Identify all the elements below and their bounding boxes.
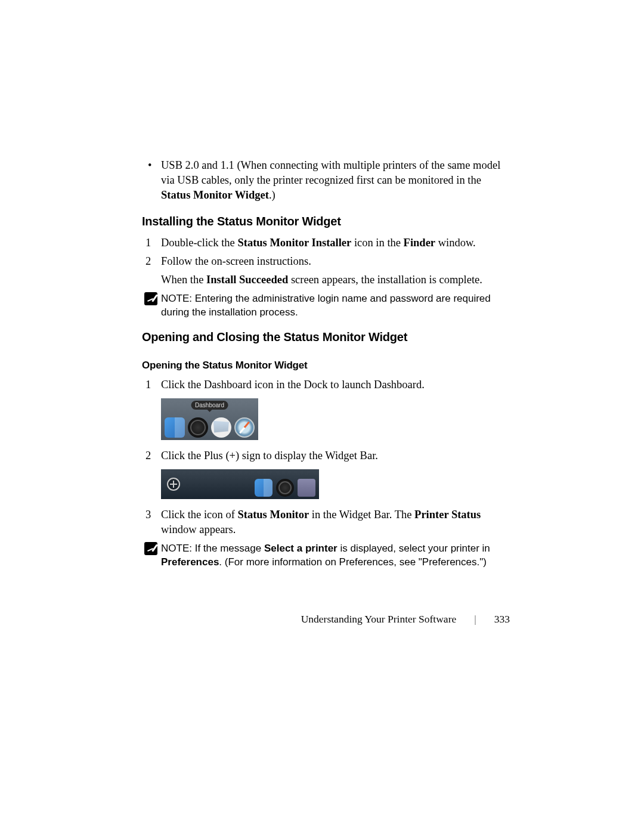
step-item: 1 Double-click the Status Monitor Instal… xyxy=(142,236,510,250)
text-bold: Install Succeeded xyxy=(206,274,288,286)
step-number: 1 xyxy=(142,377,161,392)
finder-icon xyxy=(255,479,273,497)
page-footer: Understanding Your Printer Software | 33… xyxy=(0,613,510,625)
dashboard-tooltip: Dashboard xyxy=(191,401,228,410)
figure-dashboard-dock: Dashboard xyxy=(161,398,258,440)
text-bold: Status Monitor Widget xyxy=(161,189,269,201)
text-bold: Printer Status xyxy=(414,509,481,521)
bullet-marker: • xyxy=(142,158,161,203)
dock-row xyxy=(161,417,258,438)
text: screen appears, the installation is comp… xyxy=(288,274,482,286)
document-page: • USB 2.0 and 1.1 (When connecting with … xyxy=(0,0,644,569)
step-item: 2 Follow the on-screen instructions. xyxy=(142,254,510,269)
note-icon xyxy=(144,542,157,555)
dashboard-icon xyxy=(188,417,208,438)
printer-icon xyxy=(298,479,315,497)
note-text: NOTE: Entering the administrative login … xyxy=(161,292,510,320)
footer-separator: | xyxy=(474,613,476,625)
text-bold: Status Monitor xyxy=(237,509,309,521)
dashboard-icon xyxy=(276,479,294,497)
note-icon xyxy=(144,292,157,305)
text: in the Widget Bar. The xyxy=(309,509,414,521)
step-item: 2 Click the Plus (+) sign to display the… xyxy=(142,448,510,463)
note-row: NOTE: If the message Select a printer is… xyxy=(142,542,510,569)
dock-row xyxy=(255,479,315,497)
note-icon-wrap xyxy=(142,292,161,320)
step-number: 2 xyxy=(142,254,161,269)
page-number: 333 xyxy=(494,613,510,625)
text: .) xyxy=(269,189,275,201)
step-text: Follow the on-screen instructions. xyxy=(161,254,510,269)
plus-icon xyxy=(167,478,180,491)
step-item: 3 Click the icon of Status Monitor in th… xyxy=(142,507,510,537)
figure-widget-bar xyxy=(161,469,319,499)
text: is displayed, select your printer in xyxy=(338,543,490,554)
heading-installing: Installing the Status Monitor Widget xyxy=(142,215,510,228)
text: Double-click the xyxy=(161,237,237,249)
text: USB 2.0 and 1.1 (When connecting with mu… xyxy=(161,159,500,186)
mail-icon xyxy=(211,417,231,438)
text-bold: Status Monitor Installer xyxy=(237,237,351,249)
step-number: 2 xyxy=(142,448,161,463)
note-icon-wrap xyxy=(142,542,161,569)
bullet-item: • USB 2.0 and 1.1 (When connecting with … xyxy=(142,158,510,203)
step-number: 3 xyxy=(142,507,161,537)
finder-icon xyxy=(165,417,185,438)
text: icon in the xyxy=(351,237,403,249)
text: window. xyxy=(435,237,476,249)
bullet-text: USB 2.0 and 1.1 (When connecting with mu… xyxy=(161,158,510,203)
sub-text: When the Install Succeeded screen appear… xyxy=(161,272,510,287)
text: . (For more information on Preferences, … xyxy=(219,556,487,568)
safari-icon xyxy=(234,417,255,438)
text-bold: Preferences xyxy=(161,556,219,568)
text: When the xyxy=(161,274,206,286)
note-text: NOTE: If the message Select a printer is… xyxy=(161,542,510,569)
text: window appears. xyxy=(161,524,236,535)
note-row: NOTE: Entering the administrative login … xyxy=(142,292,510,320)
subheading-opening: Opening the Status Monitor Widget xyxy=(142,360,510,371)
text: Click the icon of xyxy=(161,509,237,521)
text-bold: Finder xyxy=(404,237,435,249)
step-text: Double-click the Status Monitor Installe… xyxy=(161,236,510,250)
text-bold: Select a printer xyxy=(264,543,338,554)
step-text: Click the Plus (+) sign to display the W… xyxy=(161,448,510,463)
step-text: Click the icon of Status Monitor in the … xyxy=(161,507,510,537)
heading-opening-closing: Opening and Closing the Status Monitor W… xyxy=(142,330,510,344)
step-number: 1 xyxy=(142,236,161,250)
step-text: Click the Dashboard icon in the Dock to … xyxy=(161,377,510,392)
text: NOTE: If the message xyxy=(161,543,264,554)
footer-title: Understanding Your Printer Software xyxy=(301,613,457,625)
step-item: 1 Click the Dashboard icon in the Dock t… xyxy=(142,377,510,392)
